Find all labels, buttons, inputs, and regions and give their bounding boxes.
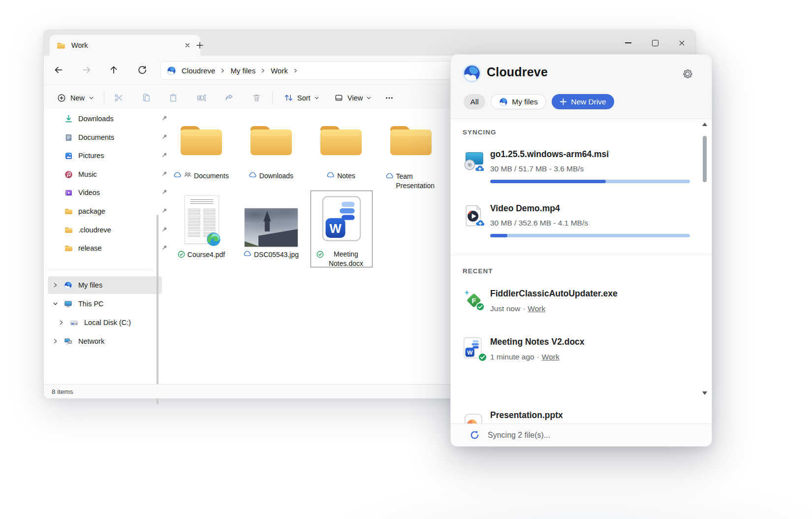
scroll-down-arrow[interactable] (702, 391, 707, 395)
new-tab-button[interactable] (192, 38, 207, 53)
up-button[interactable] (105, 61, 123, 79)
chevron-down-icon (89, 97, 94, 99)
chevron-right-icon (261, 68, 265, 73)
new-drive-button[interactable]: New Drive (552, 94, 614, 109)
sort-button[interactable]: Sort (279, 89, 324, 107)
edge-icon (206, 232, 221, 247)
new-button[interactable]: New (51, 89, 100, 107)
cloud-status-icon (174, 172, 182, 178)
sidebar-item-cloudreve-folder[interactable]: .cloudreve (48, 221, 174, 239)
sync-file-progress-text: 30 MB / 352.6 MB - 4.1 MB/s (490, 219, 588, 227)
sidebar-item-label: Music (78, 170, 97, 178)
sidebar-item-network[interactable]: Network (48, 332, 162, 350)
cloudreve-panel: Cloudreve All My files New Drive SYNCING (450, 54, 712, 447)
sidebar-item-label: Pictures (78, 152, 104, 160)
tab-title: Work (71, 41, 88, 49)
breadcrumb-my-files[interactable]: My files (230, 66, 255, 75)
sidebar-item-label: .cloudreve (78, 226, 111, 234)
folder-icon (318, 122, 364, 158)
filter-chip-my-files[interactable]: My files (491, 94, 546, 109)
refresh-button[interactable] (133, 61, 151, 79)
view-button-label: View (347, 94, 363, 102)
sidebar-item-music[interactable]: Music (48, 165, 174, 183)
folder-tile-notes[interactable]: Notes (309, 118, 374, 190)
folder-tile-team-presentation[interactable]: Team Presentation (378, 118, 443, 190)
cloudreve-logo (167, 66, 176, 75)
local-disk-icon (70, 319, 78, 327)
file-tile-meeting-notes-docx[interactable]: Meeting Notes.docx (309, 191, 374, 269)
rename-button[interactable] (189, 89, 213, 107)
more-options-button[interactable] (379, 89, 399, 107)
sidebar-item-videos[interactable]: Videos (48, 184, 174, 201)
pin-icon (160, 189, 168, 196)
cloud-status-icon (244, 251, 251, 257)
sidebar-item-label: My files (78, 281, 102, 289)
sidebar-item-my-files[interactable]: My files (48, 276, 162, 294)
paste-button[interactable] (162, 89, 186, 107)
transfer-list: SYNCING go1.25.5.windows-arm64.msi 30 MB… (451, 119, 712, 424)
tab-work[interactable]: Work (50, 35, 200, 56)
panel-scrollbar-thumb[interactable] (703, 136, 707, 182)
address-bar[interactable]: Cloudreve My files Work (160, 61, 462, 80)
recent-time: 1 minute ago (490, 353, 534, 361)
sync-status-text: Syncing 2 file(s)... (488, 431, 550, 440)
share-button[interactable] (217, 89, 241, 107)
sidebar-item-package[interactable]: package (48, 202, 174, 220)
paste-icon (169, 93, 179, 103)
video-file-icon (463, 204, 485, 227)
sidebar-scrollbar[interactable] (156, 215, 158, 404)
copy-button[interactable] (134, 89, 158, 107)
progress-fill (490, 234, 507, 237)
up-icon (109, 65, 119, 75)
progress-fill (490, 180, 606, 183)
file-tile-course4-pdf[interactable]: Course4.pdf (169, 191, 234, 269)
file-name: Meeting Notes.docx (326, 250, 366, 268)
folder-tile-downloads[interactable]: Downloads (239, 118, 304, 190)
sidebar-item-local-disk-c[interactable]: Local Disk (C:) (48, 314, 168, 331)
gear-icon[interactable] (682, 68, 693, 80)
pin-icon (160, 207, 168, 215)
forward-icon (82, 65, 92, 75)
sort-button-label: Sort (297, 94, 311, 102)
pin-icon (160, 133, 168, 141)
copy-icon (141, 93, 152, 103)
panel-divider (451, 255, 712, 255)
progress-bar (490, 180, 690, 183)
sidebar-item-this-pc[interactable]: This PC (48, 295, 162, 313)
sidebar-item-release[interactable]: release (48, 239, 174, 257)
maximize-button[interactable] (641, 30, 669, 56)
folder-tile-documents[interactable]: Documents (169, 118, 234, 190)
file-name: Course4.pdf (187, 251, 225, 259)
file-tile-dsc05543-jpg[interactable]: DSC05543.jpg (239, 191, 304, 269)
synced-check-icon (316, 251, 324, 258)
sidebar-item-documents[interactable]: Documents (48, 129, 174, 146)
breadcrumb-root[interactable]: Cloudreve (182, 66, 215, 75)
delete-button[interactable] (245, 89, 268, 107)
minimize-button[interactable] (614, 30, 642, 56)
synced-check-icon (178, 251, 185, 258)
filter-chip-all[interactable]: All (464, 94, 485, 109)
close-window-button[interactable] (668, 30, 695, 56)
folder-icon (64, 208, 73, 215)
back-button[interactable] (50, 61, 67, 79)
cloud-status-icon (386, 173, 394, 179)
sidebar-separator (48, 269, 153, 269)
chevron-down-icon (53, 301, 58, 306)
recent-location-link[interactable]: Work (542, 353, 560, 361)
sync-file-name: go1.25.5.windows-arm64.msi (490, 149, 609, 160)
view-button[interactable]: View (329, 89, 376, 107)
downloads-icon (64, 115, 73, 123)
sidebar-item-label: Local Disk (C:) (84, 319, 131, 326)
tab-strip: Work (44, 30, 695, 56)
breadcrumb-work[interactable]: Work (271, 66, 288, 75)
recent-location-link[interactable]: Work (528, 304, 545, 313)
scroll-up-arrow[interactable] (702, 123, 707, 126)
cut-button[interactable] (107, 89, 130, 107)
sidebar-item-downloads[interactable]: Downloads (48, 110, 174, 128)
sidebar-item-pictures[interactable]: Pictures (48, 147, 174, 164)
sync-file-progress-text: 30 MB / 51.7 MB - 3.6 MB/s (490, 164, 584, 173)
meta-separator: · (537, 353, 539, 361)
close-icon (678, 39, 686, 47)
forward-button[interactable] (78, 61, 95, 79)
tab-close-icon[interactable] (182, 39, 193, 51)
